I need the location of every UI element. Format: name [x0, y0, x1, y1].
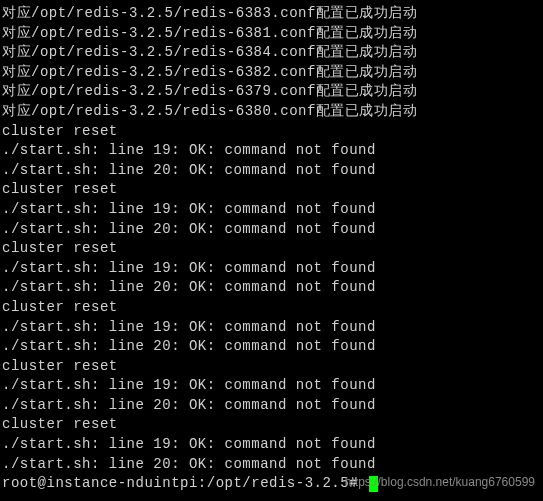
terminal-line: ./start.sh: line 19: OK: command not fou… — [2, 141, 541, 161]
shell-prompt: root@instance-nduintpi:/opt/redis-3.2.5# — [2, 474, 367, 494]
cursor-block — [369, 476, 378, 492]
terminal-line: cluster reset — [2, 239, 541, 259]
terminal-line: cluster reset — [2, 357, 541, 377]
terminal-line: ./start.sh: line 20: OK: command not fou… — [2, 278, 541, 298]
terminal-line: 对应/opt/redis-3.2.5/redis-6381.conf配置已成功启… — [2, 24, 541, 44]
terminal-output: 对应/opt/redis-3.2.5/redis-6383.conf配置已成功启… — [2, 4, 541, 474]
terminal-line: ./start.sh: line 20: OK: command not fou… — [2, 396, 541, 416]
terminal-line: ./start.sh: line 19: OK: command not fou… — [2, 376, 541, 396]
terminal-line: ./start.sh: line 19: OK: command not fou… — [2, 435, 541, 455]
terminal-line: 对应/opt/redis-3.2.5/redis-6379.conf配置已成功启… — [2, 82, 541, 102]
terminal-prompt-line[interactable]: root@instance-nduintpi:/opt/redis-3.2.5# — [2, 474, 541, 494]
terminal-line: 对应/opt/redis-3.2.5/redis-6380.conf配置已成功启… — [2, 102, 541, 122]
terminal-line: ./start.sh: line 20: OK: command not fou… — [2, 455, 541, 475]
terminal-line: ./start.sh: line 20: OK: command not fou… — [2, 161, 541, 181]
terminal-line: 对应/opt/redis-3.2.5/redis-6384.conf配置已成功启… — [2, 43, 541, 63]
terminal-line: ./start.sh: line 19: OK: command not fou… — [2, 259, 541, 279]
terminal-line: cluster reset — [2, 415, 541, 435]
terminal-line: ./start.sh: line 20: OK: command not fou… — [2, 220, 541, 240]
terminal-line: ./start.sh: line 19: OK: command not fou… — [2, 200, 541, 220]
terminal-line: 对应/opt/redis-3.2.5/redis-6383.conf配置已成功启… — [2, 4, 541, 24]
terminal-line: cluster reset — [2, 298, 541, 318]
terminal-line: ./start.sh: line 19: OK: command not fou… — [2, 318, 541, 338]
terminal-line: cluster reset — [2, 180, 541, 200]
terminal-line: ./start.sh: line 20: OK: command not fou… — [2, 337, 541, 357]
terminal-line: 对应/opt/redis-3.2.5/redis-6382.conf配置已成功启… — [2, 63, 541, 83]
terminal-line: cluster reset — [2, 122, 541, 142]
